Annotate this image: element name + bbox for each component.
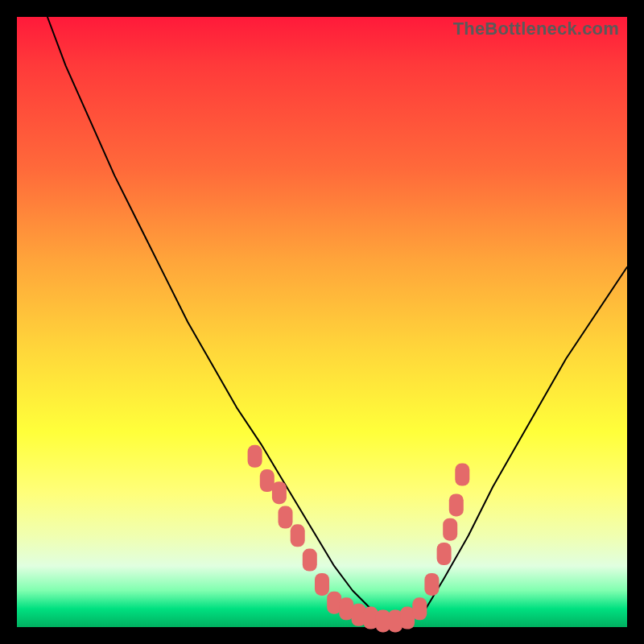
bottleneck-curve: [47, 17, 627, 621]
chart-frame: TheBottleneck.com: [0, 0, 644, 644]
data-marker: [437, 543, 452, 565]
data-marker: [443, 518, 457, 541]
data-marker: [449, 493, 464, 516]
data-marker: [291, 524, 305, 547]
chart-svg: [17, 17, 627, 627]
data-marker: [424, 573, 439, 596]
data-marker: [315, 573, 329, 596]
data-marker: [455, 464, 469, 486]
data-marker: [248, 445, 262, 468]
data-marker: [303, 549, 317, 572]
plot-area: TheBottleneck.com: [17, 17, 627, 627]
data-marker: [272, 481, 287, 504]
data-marker: [412, 597, 427, 620]
data-markers: [248, 445, 470, 633]
data-marker: [279, 506, 293, 529]
